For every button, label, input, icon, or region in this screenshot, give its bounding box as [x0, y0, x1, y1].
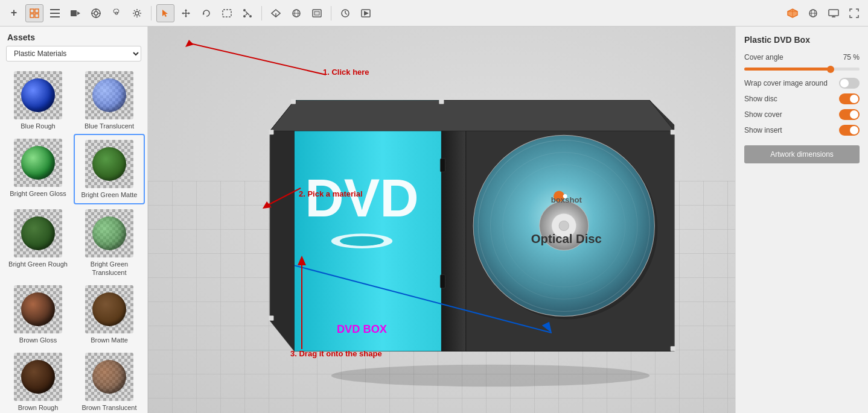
svg-point-92 — [340, 236, 384, 246]
toolbar-sep-2 — [261, 6, 262, 20]
svg-rect-0 — [30, 9, 34, 13]
perspective-tool[interactable] — [287, 4, 305, 22]
svg-line-21 — [134, 10, 135, 11]
svg-line-22 — [139, 15, 141, 16]
svg-marker-25 — [162, 10, 168, 17]
svg-rect-74 — [291, 99, 296, 104]
material-brown-translucent[interactable]: Brown Translucent — [74, 348, 145, 413]
scene-tool[interactable] — [308, 4, 326, 22]
ground-tool[interactable] — [267, 4, 285, 22]
material-dropdown-wrap: Plastic Materials Metal Materials Wood M… — [6, 46, 141, 61]
show-insert-row: Show insert — [744, 125, 860, 136]
timeline-tool[interactable] — [336, 4, 354, 22]
svg-rect-71 — [269, 316, 273, 321]
material-brown-gloss[interactable]: Brown Gloss — [2, 280, 74, 348]
material-blue-translucent-label: Blue Translucent — [85, 122, 134, 130]
artwork-dimensions-button[interactable]: Artwork dimensions — [744, 145, 860, 163]
material-bright-green-rough[interactable]: Bright Green Rough — [2, 204, 74, 281]
show-cover-label: Show cover — [744, 110, 782, 119]
wrap-cover-toggle[interactable] — [839, 78, 860, 89]
materials-grid: Blue Rough Blue Translucent Bright Green… — [0, 66, 147, 413]
slider-fill — [744, 68, 831, 71]
hamburger-button[interactable] — [46, 4, 64, 22]
svg-line-23 — [139, 10, 141, 11]
material-dropdown[interactable]: Plastic Materials Metal Materials Wood M… — [6, 46, 141, 61]
gear-button[interactable] — [107, 4, 126, 22]
fullscreen-tool[interactable] — [845, 4, 863, 22]
svg-point-10 — [94, 11, 98, 15]
svg-text:Optical Disc: Optical Disc — [531, 232, 602, 245]
svg-marker-29 — [185, 16, 187, 17]
show-disc-label: Show disc — [744, 95, 777, 103]
svg-marker-30 — [182, 12, 183, 14]
material-brown-rough[interactable]: Brown Rough — [2, 348, 74, 413]
material-bright-green-translucent-label: Bright Green Translucent — [76, 260, 142, 277]
svg-rect-57 — [829, 10, 838, 16]
material-blue-translucent[interactable]: Blue Translucent — [74, 66, 145, 134]
material-blue-rough-label: Blue Rough — [21, 122, 56, 130]
svg-rect-4 — [50, 9, 60, 10]
slider-thumb[interactable] — [827, 66, 834, 73]
grid-button[interactable] — [25, 4, 43, 22]
cover-angle-label: Cover angle — [744, 53, 838, 61]
show-insert-toggle[interactable] — [839, 125, 860, 136]
rotate-tool[interactable] — [197, 4, 215, 22]
material-blue-rough[interactable]: Blue Rough — [2, 66, 74, 134]
svg-rect-72 — [671, 130, 675, 134]
material-brown-rough-label: Brown Rough — [18, 403, 59, 412]
cover-angle-slider[interactable] — [744, 68, 860, 71]
svg-text:DVD BOX: DVD BOX — [337, 323, 388, 335]
show-cover-knob — [850, 110, 858, 119]
video-button[interactable] — [66, 4, 85, 22]
material-bright-green-gloss[interactable]: Bright Green Gloss — [2, 134, 74, 204]
3d-viewport[interactable]: ● boxshot Optical Disc DVD DVD BOX 1. Cl… — [148, 27, 735, 413]
svg-point-16 — [135, 11, 139, 15]
svg-rect-7 — [71, 10, 77, 16]
material-bright-green-gloss-label: Bright Green Gloss — [10, 189, 66, 198]
cursor-tool[interactable] — [156, 4, 174, 22]
material-brown-matte[interactable]: Brown Matte — [74, 280, 145, 348]
svg-rect-3 — [35, 14, 39, 17]
wrap-cover-knob — [840, 79, 849, 87]
toolbar-sep-1 — [151, 6, 152, 20]
material-bright-green-matte[interactable]: Bright Green Matte — [74, 134, 145, 204]
wrap-cover-label: Wrap cover image around — [744, 79, 828, 87]
material-bright-green-translucent[interactable]: Bright Green Translucent — [74, 204, 145, 281]
svg-text:boxshot: boxshot — [551, 195, 582, 204]
add-button[interactable]: + — [5, 4, 23, 22]
svg-text:DVD: DVD — [305, 168, 418, 228]
svg-rect-77 — [440, 275, 445, 288]
svg-marker-31 — [188, 12, 190, 14]
toolbar-sep-3 — [331, 6, 331, 20]
box3d-tool[interactable] — [783, 4, 802, 22]
connect-tool[interactable] — [238, 4, 257, 22]
svg-rect-2 — [30, 14, 34, 17]
svg-point-35 — [249, 15, 252, 17]
cover-angle-row: Cover angle 75 % — [744, 53, 860, 61]
material-bright-green-matte-label: Bright Green Matte — [81, 191, 138, 199]
svg-marker-64 — [441, 100, 466, 351]
svg-point-85 — [559, 221, 569, 230]
show-insert-label: Show insert — [744, 126, 782, 134]
assets-sidebar: Assets Plastic Materials Metal Materials… — [0, 27, 148, 413]
sun-button[interactable] — [128, 4, 146, 22]
show-disc-knob — [850, 95, 858, 103]
target-button[interactable] — [87, 4, 105, 22]
monitor-tool[interactable] — [825, 4, 843, 22]
render-tool[interactable] — [357, 4, 375, 22]
show-insert-knob — [850, 126, 858, 134]
show-cover-toggle[interactable] — [839, 109, 860, 120]
globe-tool[interactable] — [804, 4, 822, 22]
svg-marker-8 — [77, 11, 80, 15]
svg-marker-50 — [364, 11, 369, 16]
svg-rect-1 — [35, 9, 39, 13]
select-rect-tool[interactable] — [218, 4, 236, 22]
svg-line-48 — [345, 13, 347, 14]
show-disc-toggle[interactable] — [839, 93, 860, 104]
svg-rect-73 — [671, 346, 675, 351]
svg-rect-6 — [50, 16, 60, 17]
svg-rect-75 — [439, 99, 444, 104]
move-tool[interactable] — [177, 4, 195, 22]
svg-point-37 — [243, 15, 246, 17]
svg-rect-76 — [440, 159, 445, 172]
